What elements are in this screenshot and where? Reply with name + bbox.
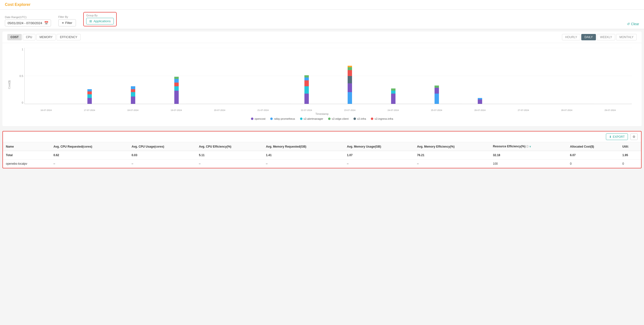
table-section: ⬇ EXPORT ⚙ NameAvg. CPU Requested(cores)… [2,131,642,168]
legend-item: rafay-prometheus [270,117,295,120]
applications-icon: ⊞ [89,19,92,23]
bar-segment [88,98,92,104]
legend-color [328,118,330,120]
bar-segment [348,67,352,70]
bar-stack [348,66,352,104]
x-label: 22-07-2024 [285,109,328,111]
table-header: NameAvg. CPU Requested(cores)Avg. CPU Us… [3,142,641,151]
divider [0,129,644,131]
period-weekly[interactable]: WEEKLY [597,34,615,40]
bar-segment [88,89,92,91]
x-label: 18-07-2024 [111,109,154,111]
table-toolbar: ⬇ EXPORT ⚙ [3,131,641,142]
col-header-avg_cpu_use: Avg. CPU Usage(cores) [129,142,196,151]
bar-segment [174,91,179,104]
period-monthly[interactable]: MONTHLY [616,34,637,40]
legend-label: rafay-prometheus [274,117,295,120]
chart-plot [24,48,632,104]
bar-segment [304,94,309,104]
legend-label: v2-alertmanager [304,117,323,120]
chart-area: Cost($) 10.50 16-07-202417-07-202418-07-… [2,43,642,126]
bar-segment [391,89,396,91]
x-label: 17-07-2024 [68,109,111,111]
cell-name: Total [3,151,50,160]
y-axis-value: 0 [22,101,23,104]
date-range-input[interactable]: 05/01/2024 - 07/30/2024 📅 [5,20,51,26]
col-header-avg_cpu_eff: Avg. CPU Efficiency(%) [196,142,263,151]
bar-group[interactable] [458,98,502,104]
tab-efficiency[interactable]: EFFICIENCY [57,34,80,40]
cell-avg_cpu_req: – [50,160,129,168]
bar-group[interactable] [415,86,458,104]
date-range-value: 05/01/2024 - 07/30/2024 [8,21,42,25]
bar-segment [174,86,179,91]
bar-stack [434,86,439,104]
tab-cpu[interactable]: CPU [23,34,35,40]
bar-segment [348,70,352,76]
bar-segment [131,89,135,92]
period-daily[interactable]: DAILY [581,34,596,40]
clear-btn-label: Clear [631,22,639,26]
bar-segment [88,94,92,98]
legend-color [300,118,302,120]
x-label: 21-07-2024 [242,109,285,111]
bar-stack [391,89,396,104]
bar-group[interactable] [155,77,198,104]
filter-button[interactable]: ≡ Filter [58,19,76,26]
group-by-label: Group By [86,14,114,17]
cell-res_eff: 32.18 [490,151,567,160]
bar-segment [304,80,309,86]
cell-avg_cpu_eff: – [196,160,263,168]
bar-group[interactable] [328,66,372,104]
gear-icon: ⚙ [632,135,636,139]
bar-segment [391,91,396,94]
tab-cost[interactable]: COST [7,34,22,40]
table-body: Total0.620.035.111.411.0776.2132.186.071… [3,151,641,168]
x-axis-title: Timestamp [10,112,634,115]
col-header-res_eff[interactable]: Resource Efficiency(%)ⓘ∨ [490,142,567,151]
y-axis-value: 1 [22,48,23,51]
col-header-avg_mem_use: Avg. Memory Usage(GB) [344,142,414,151]
bar-segment [174,79,179,83]
refresh-icon: ↺ [627,22,630,26]
info-icon: ⓘ [526,145,528,148]
chart-container: 10.50 16-07-202417-07-202418-07-202419-0… [10,48,634,111]
group-by-section: Group By ⊞ Applications [83,12,117,26]
legend-item: v2-infra [354,117,366,120]
bar-group[interactable] [111,86,155,104]
table-row[interactable]: openebs-localpv––––––10000 [3,160,641,168]
bar-segment [348,76,352,83]
export-button[interactable]: ⬇ EXPORT [606,133,628,140]
bar-group[interactable] [68,89,112,104]
applications-button[interactable]: ⊞ Applications [86,18,114,25]
legend-label: v2-infra [357,117,366,120]
legend-color [251,118,254,120]
clear-button[interactable]: ↺ Clear [627,22,639,26]
bar-segment [478,100,482,104]
period-hourly[interactable]: HOURLY [562,34,580,40]
settings-button[interactable]: ⚙ [630,133,638,140]
right-tabs: HOURLYDAILYWEEKLYMONTHLY [562,34,637,40]
download-icon: ⬇ [609,135,612,139]
left-tabs: COSTCPUMEMORYEFFICIENCY [7,34,80,40]
legend-label: opencost [254,117,266,120]
bar-group[interactable] [285,75,328,104]
cell-avg_mem_use: 1.07 [344,151,414,160]
main-content: COSTCPUMEMORYEFFICIENCY HOURLYDAILYWEEKL… [2,32,642,126]
tab-memory[interactable]: MEMORY [36,34,56,40]
bar-group[interactable] [372,89,415,104]
cell-alloc_cost: 0 [567,160,620,168]
chart-legend: opencostrafay-prometheusv2-alertmanagerv… [10,115,634,122]
bar-stack [304,75,309,104]
col-header-avg_mem_eff: Avg. Memory Efficiency(%) [414,142,490,151]
cell-utili: 1.95 [619,151,641,160]
table-row[interactable]: Total0.620.035.111.411.0776.2132.186.071… [3,151,641,160]
toolbar: Date Range(UTC) 05/01/2024 - 07/30/2024 … [0,10,644,29]
top-bar: Cost Explorer [0,0,644,10]
x-label: 27-07-2024 [502,109,545,111]
bar-segment [348,83,352,92]
bar-stack [131,86,135,104]
cell-utili: 0 [619,160,641,168]
x-label: 19-07-2024 [154,109,198,111]
legend-item: opencost [251,117,266,120]
